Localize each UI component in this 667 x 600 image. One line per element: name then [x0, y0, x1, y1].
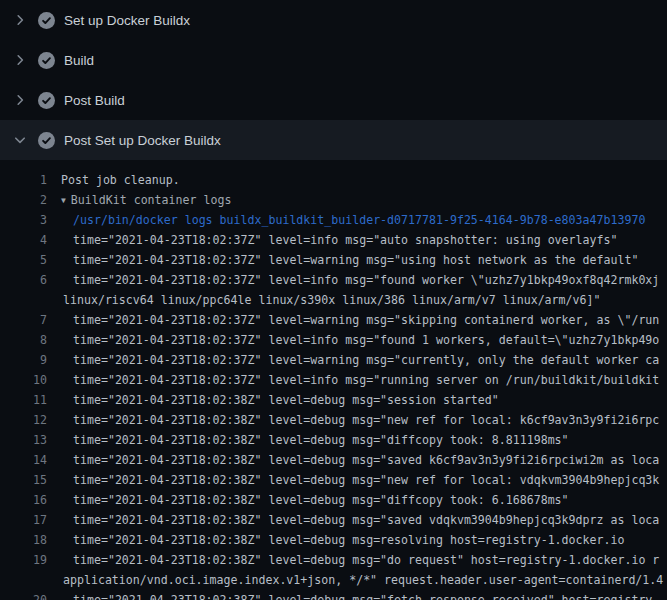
log-line: 6time="2021-04-23T18:02:37Z" level=info … — [0, 270, 667, 290]
log-text: time="2021-04-23T18:02:37Z" level=warnin… — [47, 310, 667, 330]
log-line: 11time="2021-04-23T18:02:38Z" level=debu… — [0, 390, 667, 410]
log-line: 17time="2021-04-23T18:02:38Z" level=debu… — [0, 510, 667, 530]
line-number[interactable]: 15 — [0, 470, 47, 490]
log-line: 18time="2021-04-23T18:02:38Z" level=debu… — [0, 530, 667, 550]
chevron-down-icon[interactable] — [12, 132, 28, 148]
log-line: 14time="2021-04-23T18:02:38Z" level=debu… — [0, 450, 667, 470]
log-text: time="2021-04-23T18:02:38Z" level=debug … — [47, 530, 667, 550]
line-number[interactable]: 6 — [0, 270, 47, 290]
log-line: 20time="2021-04-23T18:02:38Z" level=debu… — [0, 590, 667, 600]
line-number — [0, 290, 47, 310]
log-line: 7time="2021-04-23T18:02:37Z" level=warni… — [0, 310, 667, 330]
log-text: ▼BuildKit container logs — [47, 190, 667, 210]
check-circle-icon — [38, 132, 55, 149]
line-number[interactable]: 16 — [0, 490, 47, 510]
log-text: Post job cleanup. — [47, 170, 667, 190]
log-line: 10time="2021-04-23T18:02:37Z" level=info… — [0, 370, 667, 390]
log-line: 4time="2021-04-23T18:02:37Z" level=info … — [0, 230, 667, 250]
log-text: time="2021-04-23T18:02:38Z" level=debug … — [47, 450, 667, 470]
log-line: application/vnd.oci.image.index.v1+json,… — [0, 570, 667, 590]
log-line: 3/usr/bin/docker logs buildx_buildkit_bu… — [0, 210, 667, 230]
log-text: linux/riscv64 linux/ppc64le linux/s390x … — [47, 290, 667, 310]
log-text: time="2021-04-23T18:02:38Z" level=debug … — [47, 410, 667, 430]
log-text: time="2021-04-23T18:02:37Z" level=info m… — [47, 370, 667, 390]
log-text: time="2021-04-23T18:02:37Z" level=warnin… — [47, 350, 667, 370]
log-line: 1Post job cleanup. — [0, 170, 667, 190]
log-line: 12time="2021-04-23T18:02:38Z" level=debu… — [0, 410, 667, 430]
log-text: time="2021-04-23T18:02:38Z" level=debug … — [47, 390, 667, 410]
log-line: 15time="2021-04-23T18:02:38Z" level=debu… — [0, 470, 667, 490]
log-text: time="2021-04-23T18:02:37Z" level=warnin… — [47, 250, 667, 270]
step-header-build[interactable]: Build — [0, 40, 667, 80]
line-number[interactable]: 5 — [0, 250, 47, 270]
log-text: time="2021-04-23T18:02:37Z" level=info m… — [47, 330, 667, 350]
step-header-post-set-up-docker-buildx[interactable]: Post Set up Docker Buildx — [0, 120, 667, 160]
log-line: 8time="2021-04-23T18:02:37Z" level=info … — [0, 330, 667, 350]
check-circle-icon — [38, 12, 55, 29]
log-text: application/vnd.oci.image.index.v1+json,… — [47, 570, 667, 590]
log-area: 1Post job cleanup.2▼BuildKit container l… — [0, 160, 667, 600]
chevron-right-icon[interactable] — [12, 92, 28, 108]
log-line[interactable]: 2▼BuildKit container logs — [0, 190, 667, 210]
log-text: time="2021-04-23T18:02:37Z" level=info m… — [47, 270, 667, 290]
line-number[interactable]: 3 — [0, 210, 47, 230]
workflow-log-viewer: Set up Docker Buildx Build Post Build — [0, 0, 667, 600]
line-number[interactable]: 1 — [0, 170, 47, 190]
line-number[interactable]: 8 — [0, 330, 47, 350]
group-title: BuildKit container logs — [71, 193, 232, 207]
step-label: Post Build — [64, 93, 125, 108]
line-number[interactable]: 20 — [0, 590, 47, 600]
disclosure-triangle-icon[interactable]: ▼ — [61, 191, 66, 210]
line-number[interactable]: 7 — [0, 310, 47, 330]
check-circle-icon — [38, 52, 55, 69]
log-text: time="2021-04-23T18:02:38Z" level=debug … — [47, 470, 667, 490]
log-text: time="2021-04-23T18:02:37Z" level=info m… — [47, 230, 667, 250]
line-number[interactable]: 10 — [0, 370, 47, 390]
log-command-text: /usr/bin/docker logs buildx_buildkit_bui… — [47, 210, 667, 230]
log-line: linux/riscv64 linux/ppc64le linux/s390x … — [0, 290, 667, 310]
step-label: Build — [64, 53, 94, 68]
step-label: Set up Docker Buildx — [64, 13, 190, 28]
line-number[interactable]: 18 — [0, 530, 47, 550]
line-number[interactable]: 19 — [0, 550, 47, 570]
line-number[interactable]: 17 — [0, 510, 47, 530]
chevron-right-icon[interactable] — [12, 12, 28, 28]
line-number[interactable]: 14 — [0, 450, 47, 470]
line-number — [0, 570, 47, 590]
line-number[interactable]: 2 — [0, 190, 47, 210]
check-circle-icon — [38, 92, 55, 109]
line-number[interactable]: 4 — [0, 230, 47, 250]
line-number[interactable]: 11 — [0, 390, 47, 410]
line-number[interactable]: 12 — [0, 410, 47, 430]
step-header-post-build[interactable]: Post Build — [0, 80, 667, 120]
step-list: Set up Docker Buildx Build Post Build — [0, 0, 667, 160]
log-line: 5time="2021-04-23T18:02:37Z" level=warni… — [0, 250, 667, 270]
log-text: time="2021-04-23T18:02:38Z" level=debug … — [47, 550, 667, 570]
chevron-right-icon[interactable] — [12, 52, 28, 68]
log-line: 16time="2021-04-23T18:02:38Z" level=debu… — [0, 490, 667, 510]
log-text: time="2021-04-23T18:02:38Z" level=debug … — [47, 510, 667, 530]
line-number[interactable]: 9 — [0, 350, 47, 370]
log-line: 13time="2021-04-23T18:02:38Z" level=debu… — [0, 430, 667, 450]
log-line: 19time="2021-04-23T18:02:38Z" level=debu… — [0, 550, 667, 570]
log-text: time="2021-04-23T18:02:38Z" level=debug … — [47, 430, 667, 450]
step-header-set-up-docker-buildx[interactable]: Set up Docker Buildx — [0, 0, 667, 40]
line-number[interactable]: 13 — [0, 430, 47, 450]
log-rows: 1Post job cleanup.2▼BuildKit container l… — [0, 170, 667, 600]
log-text: time="2021-04-23T18:02:38Z" level=debug … — [47, 490, 667, 510]
log-line: 9time="2021-04-23T18:02:37Z" level=warni… — [0, 350, 667, 370]
step-label: Post Set up Docker Buildx — [64, 133, 221, 148]
log-text: time="2021-04-23T18:02:38Z" level=debug … — [47, 590, 667, 600]
